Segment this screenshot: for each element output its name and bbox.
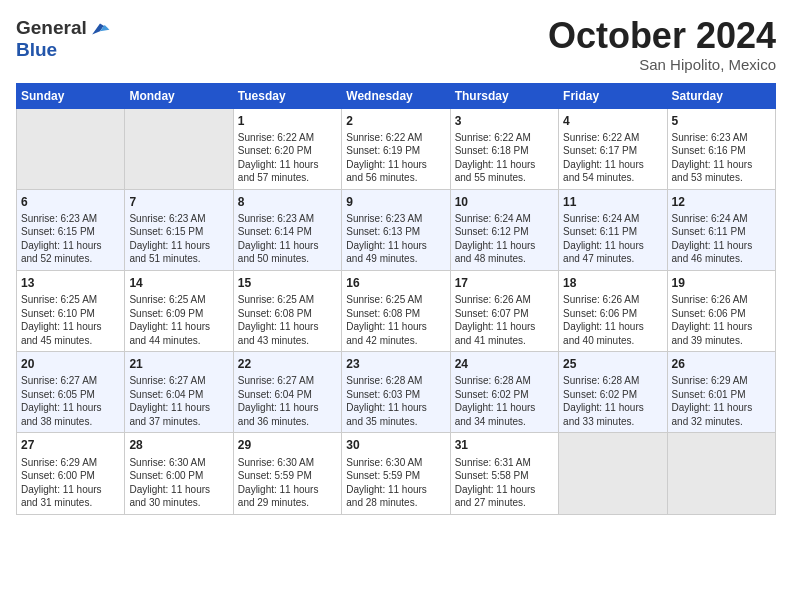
calendar-cell: 31Sunrise: 6:31 AMSunset: 5:58 PMDayligh… xyxy=(450,433,558,514)
calendar-header-row: SundayMondayTuesdayWednesdayThursdayFrid… xyxy=(17,83,776,108)
daylight-text: Daylight: 11 hours and 30 minutes. xyxy=(129,483,228,510)
sunrise-text: Sunrise: 6:29 AM xyxy=(672,374,771,388)
daylight-text: Daylight: 11 hours and 56 minutes. xyxy=(346,158,445,185)
sunrise-text: Sunrise: 6:22 AM xyxy=(346,131,445,145)
daylight-text: Daylight: 11 hours and 39 minutes. xyxy=(672,320,771,347)
calendar-cell: 12Sunrise: 6:24 AMSunset: 6:11 PMDayligh… xyxy=(667,189,775,270)
daylight-text: Daylight: 11 hours and 27 minutes. xyxy=(455,483,554,510)
daylight-text: Daylight: 11 hours and 42 minutes. xyxy=(346,320,445,347)
sunset-text: Sunset: 5:59 PM xyxy=(346,469,445,483)
calendar-week-row: 27Sunrise: 6:29 AMSunset: 6:00 PMDayligh… xyxy=(17,433,776,514)
sunrise-text: Sunrise: 6:24 AM xyxy=(455,212,554,226)
calendar-cell: 13Sunrise: 6:25 AMSunset: 6:10 PMDayligh… xyxy=(17,270,125,351)
calendar-cell: 27Sunrise: 6:29 AMSunset: 6:00 PMDayligh… xyxy=(17,433,125,514)
daylight-text: Daylight: 11 hours and 41 minutes. xyxy=(455,320,554,347)
calendar-cell: 18Sunrise: 6:26 AMSunset: 6:06 PMDayligh… xyxy=(559,270,667,351)
daylight-text: Daylight: 11 hours and 31 minutes. xyxy=(21,483,120,510)
col-header-wednesday: Wednesday xyxy=(342,83,450,108)
calendar-cell: 10Sunrise: 6:24 AMSunset: 6:12 PMDayligh… xyxy=(450,189,558,270)
calendar-cell: 24Sunrise: 6:28 AMSunset: 6:02 PMDayligh… xyxy=(450,352,558,433)
day-number: 27 xyxy=(21,437,120,453)
calendar-cell: 21Sunrise: 6:27 AMSunset: 6:04 PMDayligh… xyxy=(125,352,233,433)
calendar-week-row: 1Sunrise: 6:22 AMSunset: 6:20 PMDaylight… xyxy=(17,108,776,189)
sunset-text: Sunset: 6:06 PM xyxy=(563,307,662,321)
sunset-text: Sunset: 6:04 PM xyxy=(129,388,228,402)
sunset-text: Sunset: 6:14 PM xyxy=(238,225,337,239)
sunrise-text: Sunrise: 6:22 AM xyxy=(563,131,662,145)
sunrise-text: Sunrise: 6:27 AM xyxy=(21,374,120,388)
sunset-text: Sunset: 6:03 PM xyxy=(346,388,445,402)
calendar-table: SundayMondayTuesdayWednesdayThursdayFrid… xyxy=(16,83,776,515)
calendar-cell: 28Sunrise: 6:30 AMSunset: 6:00 PMDayligh… xyxy=(125,433,233,514)
day-number: 16 xyxy=(346,275,445,291)
col-header-monday: Monday xyxy=(125,83,233,108)
calendar-cell: 26Sunrise: 6:29 AMSunset: 6:01 PMDayligh… xyxy=(667,352,775,433)
calendar-cell: 25Sunrise: 6:28 AMSunset: 6:02 PMDayligh… xyxy=(559,352,667,433)
col-header-friday: Friday xyxy=(559,83,667,108)
day-number: 12 xyxy=(672,194,771,210)
calendar-cell: 17Sunrise: 6:26 AMSunset: 6:07 PMDayligh… xyxy=(450,270,558,351)
daylight-text: Daylight: 11 hours and 44 minutes. xyxy=(129,320,228,347)
day-number: 3 xyxy=(455,113,554,129)
sunrise-text: Sunrise: 6:25 AM xyxy=(129,293,228,307)
calendar-cell xyxy=(559,433,667,514)
daylight-text: Daylight: 11 hours and 36 minutes. xyxy=(238,401,337,428)
day-number: 13 xyxy=(21,275,120,291)
sunrise-text: Sunrise: 6:27 AM xyxy=(129,374,228,388)
calendar-cell: 9Sunrise: 6:23 AMSunset: 6:13 PMDaylight… xyxy=(342,189,450,270)
sunset-text: Sunset: 6:19 PM xyxy=(346,144,445,158)
calendar-cell: 3Sunrise: 6:22 AMSunset: 6:18 PMDaylight… xyxy=(450,108,558,189)
calendar-week-row: 13Sunrise: 6:25 AMSunset: 6:10 PMDayligh… xyxy=(17,270,776,351)
sunrise-text: Sunrise: 6:26 AM xyxy=(563,293,662,307)
sunset-text: Sunset: 6:08 PM xyxy=(238,307,337,321)
daylight-text: Daylight: 11 hours and 37 minutes. xyxy=(129,401,228,428)
daylight-text: Daylight: 11 hours and 52 minutes. xyxy=(21,239,120,266)
daylight-text: Daylight: 11 hours and 40 minutes. xyxy=(563,320,662,347)
daylight-text: Daylight: 11 hours and 47 minutes. xyxy=(563,239,662,266)
daylight-text: Daylight: 11 hours and 28 minutes. xyxy=(346,483,445,510)
calendar-page: General Blue October 2024 San Hipolito, … xyxy=(0,0,792,531)
sunrise-text: Sunrise: 6:26 AM xyxy=(672,293,771,307)
calendar-week-row: 20Sunrise: 6:27 AMSunset: 6:05 PMDayligh… xyxy=(17,352,776,433)
sunrise-text: Sunrise: 6:24 AM xyxy=(563,212,662,226)
day-number: 20 xyxy=(21,356,120,372)
day-number: 8 xyxy=(238,194,337,210)
sunset-text: Sunset: 6:06 PM xyxy=(672,307,771,321)
daylight-text: Daylight: 11 hours and 51 minutes. xyxy=(129,239,228,266)
sunrise-text: Sunrise: 6:23 AM xyxy=(238,212,337,226)
sunset-text: Sunset: 6:09 PM xyxy=(129,307,228,321)
sunrise-text: Sunrise: 6:23 AM xyxy=(346,212,445,226)
month-title: October 2024 xyxy=(548,16,776,56)
calendar-cell: 2Sunrise: 6:22 AMSunset: 6:19 PMDaylight… xyxy=(342,108,450,189)
day-number: 4 xyxy=(563,113,662,129)
calendar-cell: 5Sunrise: 6:23 AMSunset: 6:16 PMDaylight… xyxy=(667,108,775,189)
calendar-cell: 29Sunrise: 6:30 AMSunset: 5:59 PMDayligh… xyxy=(233,433,341,514)
daylight-text: Daylight: 11 hours and 55 minutes. xyxy=(455,158,554,185)
sunrise-text: Sunrise: 6:22 AM xyxy=(455,131,554,145)
calendar-cell: 19Sunrise: 6:26 AMSunset: 6:06 PMDayligh… xyxy=(667,270,775,351)
col-header-sunday: Sunday xyxy=(17,83,125,108)
calendar-cell: 22Sunrise: 6:27 AMSunset: 6:04 PMDayligh… xyxy=(233,352,341,433)
sunrise-text: Sunrise: 6:23 AM xyxy=(672,131,771,145)
calendar-cell: 1Sunrise: 6:22 AMSunset: 6:20 PMDaylight… xyxy=(233,108,341,189)
sunset-text: Sunset: 5:58 PM xyxy=(455,469,554,483)
day-number: 17 xyxy=(455,275,554,291)
sunrise-text: Sunrise: 6:23 AM xyxy=(129,212,228,226)
calendar-cell: 16Sunrise: 6:25 AMSunset: 6:08 PMDayligh… xyxy=(342,270,450,351)
daylight-text: Daylight: 11 hours and 34 minutes. xyxy=(455,401,554,428)
sunset-text: Sunset: 6:11 PM xyxy=(672,225,771,239)
calendar-week-row: 6Sunrise: 6:23 AMSunset: 6:15 PMDaylight… xyxy=(17,189,776,270)
col-header-tuesday: Tuesday xyxy=(233,83,341,108)
day-number: 31 xyxy=(455,437,554,453)
calendar-cell xyxy=(125,108,233,189)
daylight-text: Daylight: 11 hours and 32 minutes. xyxy=(672,401,771,428)
sunrise-text: Sunrise: 6:25 AM xyxy=(21,293,120,307)
daylight-text: Daylight: 11 hours and 57 minutes. xyxy=(238,158,337,185)
day-number: 19 xyxy=(672,275,771,291)
sunset-text: Sunset: 6:05 PM xyxy=(21,388,120,402)
sunset-text: Sunset: 6:02 PM xyxy=(455,388,554,402)
day-number: 23 xyxy=(346,356,445,372)
sunrise-text: Sunrise: 6:28 AM xyxy=(563,374,662,388)
location-title: San Hipolito, Mexico xyxy=(548,56,776,73)
sunrise-text: Sunrise: 6:25 AM xyxy=(346,293,445,307)
